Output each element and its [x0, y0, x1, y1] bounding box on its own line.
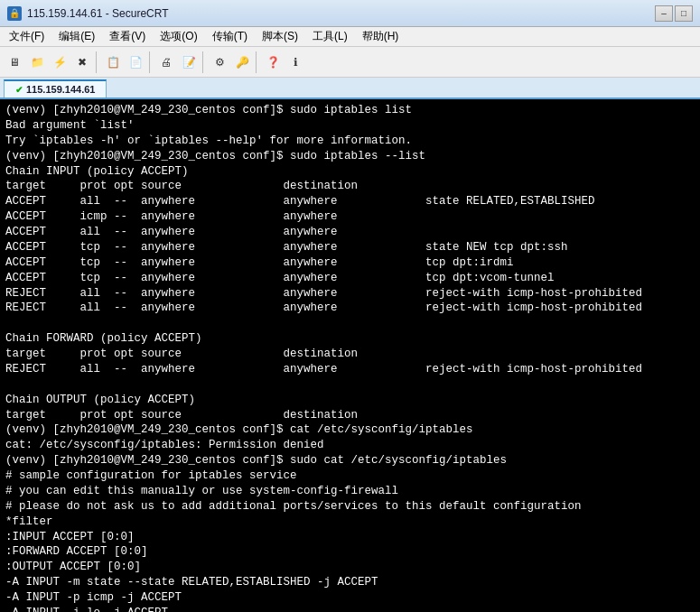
menu-tools[interactable]: 工具(L)	[305, 27, 355, 46]
maximize-button[interactable]: □	[675, 5, 693, 22]
new-session-button[interactable]: 🖥	[4, 51, 25, 73]
key-button[interactable]: 🔑	[231, 51, 253, 73]
copy-button[interactable]: 📋	[102, 51, 124, 73]
minimize-button[interactable]: –	[655, 5, 673, 22]
separator-4	[256, 51, 259, 73]
tab-check-icon: ✔	[15, 85, 23, 95]
open-button[interactable]: 📁	[26, 51, 48, 73]
connect-button[interactable]: ⚡	[49, 51, 70, 73]
paste-button[interactable]: 📄	[125, 51, 146, 73]
help-button[interactable]: ❓	[262, 51, 284, 73]
window-controls[interactable]: – □	[655, 5, 693, 22]
menu-transfer[interactable]: 传输(T)	[205, 27, 255, 46]
separator-3	[202, 51, 206, 73]
toolbar: 🖥 📁 ⚡ ✖ 📋 📄 🖨 📝 ⚙ 🔑 ❓ ℹ	[0, 47, 700, 78]
info-button[interactable]: ℹ	[285, 51, 306, 73]
menu-edit[interactable]: 编辑(E)	[51, 27, 102, 46]
separator-1	[96, 51, 99, 73]
tab-label: 115.159.144.61	[26, 84, 95, 95]
log-button[interactable]: 📝	[178, 51, 200, 73]
menu-help[interactable]: 帮助(H)	[355, 27, 406, 46]
menu-file[interactable]: 文件(F)	[2, 27, 51, 46]
settings-button[interactable]: ⚙	[209, 51, 230, 73]
menu-view[interactable]: 查看(V)	[102, 27, 153, 46]
tab-session[interactable]: ✔ 115.159.144.61	[4, 79, 107, 97]
separator-2	[149, 51, 153, 73]
disconnect-button[interactable]: ✖	[71, 51, 93, 73]
terminal-output[interactable]: (venv) [zhyh2010@VM_249_230_centos conf]…	[0, 99, 700, 612]
menu-options[interactable]: 选项(O)	[153, 27, 204, 46]
tab-bar: ✔ 115.159.144.61	[0, 78, 700, 99]
app-icon: 🔒	[7, 6, 22, 21]
menu-bar: 文件(F) 编辑(E) 查看(V) 选项(O) 传输(T) 脚本(S) 工具(L…	[0, 27, 700, 47]
window-title: 115.159.144.61 - SecureCRT	[27, 7, 655, 20]
print-button[interactable]: 🖨	[155, 51, 177, 73]
menu-script[interactable]: 脚本(S)	[255, 27, 305, 46]
title-bar: 🔒 115.159.144.61 - SecureCRT – □	[0, 0, 700, 27]
